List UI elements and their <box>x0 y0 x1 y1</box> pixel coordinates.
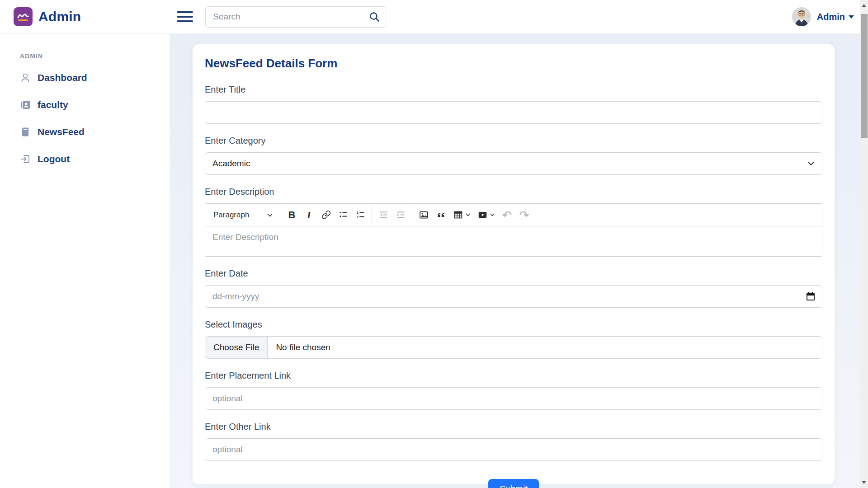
undo-icon[interactable]: ↶ <box>498 206 515 224</box>
chevron-down-icon <box>849 15 854 19</box>
brand-logo-icon <box>14 7 33 26</box>
paragraph-dropdown[interactable]: Paragraph <box>209 206 277 224</box>
search-box <box>205 6 386 28</box>
link-icon[interactable] <box>317 206 335 224</box>
contact-book-icon <box>20 99 31 110</box>
main-content: NewsFeed Details Form Enter Title Enter … <box>170 33 860 488</box>
user-menu[interactable]: Admin <box>792 7 854 26</box>
top-navbar: Admin Admin <box>0 0 860 33</box>
placement-link-label: Enter Placement Link <box>205 371 822 381</box>
sidebar-item-faculty[interactable]: faculty <box>0 91 170 118</box>
toolbar-separator <box>280 204 280 226</box>
file-status: No file chosen <box>268 343 330 352</box>
scroll-down-arrow-icon[interactable] <box>862 481 866 484</box>
toolbar-separator <box>372 204 372 226</box>
date-input[interactable] <box>205 285 822 308</box>
description-editable-area[interactable]: Enter Description <box>205 226 822 256</box>
submit-button[interactable]: Submit <box>488 479 539 488</box>
insert-table-icon[interactable] <box>449 206 474 224</box>
chevron-down-icon <box>807 161 815 166</box>
sidebar-item-label: Dashboard <box>38 72 87 83</box>
sidebar-item-label: faculty <box>38 99 68 110</box>
indent-icon[interactable] <box>392 206 409 224</box>
scroll-up-arrow-icon[interactable] <box>862 4 866 7</box>
brand[interactable]: Admin <box>14 7 81 26</box>
toolbar-separator <box>412 204 412 226</box>
outdent-icon[interactable] <box>375 206 392 224</box>
newsfeed-form-card: NewsFeed Details Form Enter Title Enter … <box>193 44 835 484</box>
bulleted-list-icon[interactable] <box>335 206 352 224</box>
svg-text:2: 2 <box>357 215 359 219</box>
date-field <box>205 285 822 308</box>
other-link-label: Enter Other Link <box>205 422 822 432</box>
page-title: NewsFeed Details Form <box>205 56 822 70</box>
choose-file-button[interactable]: Choose File <box>205 337 268 358</box>
insert-image-icon[interactable] <box>415 206 432 224</box>
sidebar-item-newsfeed[interactable]: NewsFeed <box>0 118 170 145</box>
vertical-scrollbar[interactable] <box>860 0 868 488</box>
sidebar-item-label: Logout <box>38 154 70 164</box>
images-label: Select Images <box>205 319 822 330</box>
sidebar-item-label: NewsFeed <box>38 127 85 137</box>
redo-icon[interactable]: ↷ <box>515 206 533 224</box>
svg-text:1: 1 <box>357 211 359 215</box>
placement-link-input[interactable] <box>205 387 822 410</box>
sidebar-item-logout[interactable]: Logout <box>0 145 170 173</box>
italic-button[interactable]: I <box>300 206 317 224</box>
numbered-list-icon[interactable]: 1 2 <box>352 206 369 224</box>
avatar <box>792 7 811 26</box>
calendar-icon[interactable] <box>805 291 816 302</box>
brand-name: Admin <box>38 9 81 24</box>
sidebar-item-dashboard[interactable]: Dashboard <box>0 64 170 91</box>
bold-button[interactable]: B <box>283 206 300 224</box>
scrollbar-thumb[interactable] <box>861 14 868 138</box>
hamburger-menu-icon[interactable] <box>177 9 193 25</box>
category-label: Enter Category <box>205 136 822 146</box>
user-icon <box>20 72 31 83</box>
search-icon[interactable] <box>369 11 380 23</box>
category-selected-value: Academic <box>212 159 250 169</box>
search-input[interactable] <box>205 6 386 28</box>
rich-text-editor: Paragraph B I <box>205 203 822 257</box>
sidebar: ADMIN Dashboard faculty Ne <box>0 33 170 488</box>
editor-toolbar: Paragraph B I <box>205 204 822 226</box>
sidebar-section-label: ADMIN <box>20 52 170 60</box>
title-input[interactable] <box>205 101 822 124</box>
user-name: Admin <box>817 12 845 22</box>
date-label: Enter Date <box>205 268 822 279</box>
description-label: Enter Description <box>205 187 822 197</box>
book-icon <box>20 127 31 137</box>
description-placeholder: Enter Description <box>212 232 278 242</box>
block-quote-icon[interactable] <box>432 206 449 224</box>
insert-media-icon[interactable] <box>474 206 498 224</box>
logout-icon <box>20 154 31 164</box>
other-link-input[interactable] <box>205 438 822 461</box>
file-input[interactable]: Choose File No file chosen <box>205 336 822 359</box>
category-select[interactable]: Academic <box>205 152 822 175</box>
title-label: Enter Title <box>205 84 822 95</box>
